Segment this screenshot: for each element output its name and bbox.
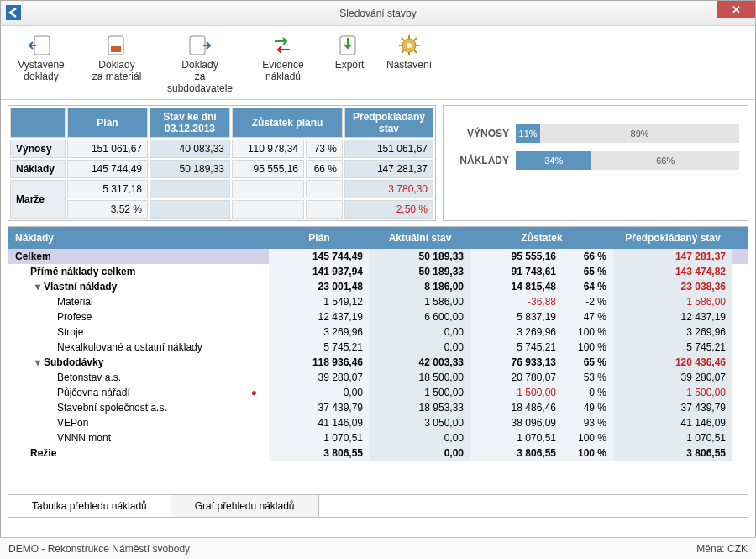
svg-rect-0 (6, 5, 21, 20)
title-bar: Sledování stavby ✕ (1, 1, 755, 26)
cell-expected: 1 586,00 (613, 294, 732, 309)
cell-expected: 3 269,96 (613, 324, 732, 340)
tab-chart[interactable]: Graf přehledu nákladů (171, 495, 319, 517)
cell-plan: 5 745,21 (269, 340, 370, 355)
issued-docs-button[interactable]: Vystavenédoklady (11, 31, 71, 94)
cell-actual: 42 003,33 (370, 355, 470, 370)
cell-pct: 65 % (563, 355, 613, 370)
settings-button[interactable]: Nastavení (386, 31, 433, 94)
cell-pct: 49 % (563, 400, 613, 415)
document-arrow-left-icon (27, 31, 55, 60)
status-currency: Měna: CZK (696, 543, 748, 555)
row-label: Výnosy (10, 140, 66, 158)
cell-plan: 3 269,96 (269, 324, 370, 340)
bar-label: VÝNOSY (452, 128, 516, 140)
cell-balance: 5 837,19 (470, 309, 563, 324)
svg-line-15 (402, 50, 404, 53)
cell-stav: 40 083,33 (150, 140, 230, 158)
table-row[interactable]: Materiál 1 549,12 1 586,00 -36,88 -2 % 1… (8, 294, 748, 309)
cell-plan: 23 001,48 (269, 279, 370, 294)
cell-name: Stroje (8, 324, 269, 340)
export-icon (335, 31, 364, 60)
costs-header-row: Náklady Plán Aktuální stav Zůstatek Před… (8, 227, 748, 249)
cell-name: ▾Subdodávky (8, 355, 269, 370)
cell-expected: 5 745,21 (613, 340, 732, 355)
cell-name: Profese (8, 309, 269, 324)
expand-caret-icon[interactable]: ▾ (35, 356, 44, 368)
svg-line-14 (414, 38, 417, 40)
document-arrow-right-icon (186, 31, 214, 60)
table-row[interactable]: Režie 3 806,55 0,00 3 806,55 100 % 3 806… (8, 446, 748, 461)
window-title: Sledování stavby (339, 8, 416, 19)
cell-pct: 100 % (563, 340, 613, 355)
warning-icon: ● (251, 387, 257, 398)
status-bar: DEMO - Rekonstrukce Náměstí svobody Měna… (0, 537, 756, 559)
cell-predp: 147 281,37 (344, 160, 433, 178)
table-row[interactable]: Půjčovna nářadí● 0,00 1 500,00 -1 500,00… (8, 385, 748, 400)
cell-expected: 1 070,51 (613, 430, 732, 446)
gear-icon (395, 31, 423, 60)
table-row[interactable]: VNNN mont 1 070,51 0,00 1 070,51 100 % 1… (8, 430, 748, 446)
subcontractor-docs-button[interactable]: Dokladyza subdodavatele (162, 31, 238, 94)
tab-table[interactable]: Tabulka přehledu nákladů (8, 495, 171, 517)
cell-plan: 37 439,79 (269, 400, 370, 415)
cell-expected: 143 474,82 (613, 264, 732, 279)
label: Dokladyza subdodavatele (162, 60, 238, 94)
expand-caret-icon[interactable]: ▾ (35, 281, 44, 293)
cell-actual: 1 586,00 (370, 294, 470, 309)
cell-pct: 0 % (563, 385, 613, 400)
cell-zust: 95 555,16 (232, 160, 304, 178)
total-pct: 66 % (563, 249, 613, 264)
label: Evidencenákladů (262, 60, 303, 83)
close-button[interactable]: ✕ (717, 1, 755, 18)
cell-balance: -36,88 (470, 294, 563, 309)
summary-row: Výnosy 151 061,67 40 083,33 110 978,34 7… (10, 140, 433, 158)
col-name: Náklady (8, 227, 269, 249)
table-row[interactable]: Přímé náklady celkem 141 937,94 50 189,3… (8, 264, 748, 279)
margin-pct: 3,52 % (67, 200, 148, 219)
cell-pct: -2 % (563, 294, 613, 309)
label: Dokladyza materiál (92, 60, 142, 83)
svg-rect-3 (111, 46, 121, 52)
margin-predp-pct: 2,50 % (344, 200, 433, 219)
cell-name: VEPon (8, 415, 269, 430)
total-expected: 147 281,37 (613, 249, 732, 264)
cell-name: Přímé náklady celkem (8, 264, 269, 279)
col-stav: Stav ke dni 03.12.2013 (150, 108, 230, 138)
table-row[interactable]: Nekalkulované a ostatní náklady 5 745,21… (8, 340, 748, 355)
table-row[interactable]: Betonstav a.s. 39 280,07 18 500,00 20 78… (8, 370, 748, 385)
cell-name: VNNN mont (8, 430, 269, 446)
cell-pct: 65 % (563, 264, 613, 279)
bar-fill: 11% (516, 124, 540, 143)
cost-records-button[interactable]: Evidencenákladů (253, 31, 313, 94)
table-row[interactable]: Stavební společnost a.s. 37 439,79 18 95… (8, 400, 748, 415)
export-button[interactable]: Export (328, 31, 370, 94)
material-docs-button[interactable]: Dokladyza materiál (87, 31, 147, 94)
exchange-icon (269, 31, 297, 60)
cell-balance: 18 486,46 (470, 400, 563, 415)
cell-plan: 151 061,67 (67, 140, 148, 158)
summary-header-row: Plán Stav ke dni 03.12.2013 Zůstatek plá… (10, 108, 433, 138)
svg-point-7 (407, 43, 412, 48)
cell-name: Nekalkulované a ostatní náklady (8, 340, 269, 355)
view-tabs: Tabulka přehledu nákladů Graf přehledu n… (8, 495, 748, 518)
cell-expected: 1 500,00 (613, 385, 732, 400)
bar-track: 34% 66% (516, 151, 739, 170)
table-row[interactable]: ▾Subdodávky 118 936,46 42 003,33 76 933,… (8, 355, 748, 370)
bar-rest: 89% (540, 124, 739, 143)
cell-plan: 141 937,94 (269, 264, 370, 279)
cell-plan: 118 936,46 (269, 355, 370, 370)
table-row[interactable]: ▾Vlastní náklady 23 001,48 8 186,00 14 8… (8, 279, 748, 294)
table-row[interactable]: Profese 12 437,19 6 600,00 5 837,19 47 %… (8, 309, 748, 324)
cell-expected: 37 439,79 (613, 400, 732, 415)
table-row[interactable]: Stroje 3 269,96 0,00 3 269,96 100 % 3 26… (8, 324, 748, 340)
table-row[interactable]: VEPon 41 146,09 3 050,00 38 096,09 93 % … (8, 415, 748, 430)
cell-pct: 66 % (306, 160, 343, 178)
cell-balance: 5 745,21 (470, 340, 563, 355)
cell-balance: 38 096,09 (470, 415, 563, 430)
cell-pct: 100 % (563, 430, 613, 446)
cell-expected: 41 146,09 (613, 415, 732, 430)
margin-predp-abs: 3 780,30 (344, 180, 433, 198)
total-row: Celkem 145 744,49 50 189,33 95 555,16 66… (8, 249, 748, 264)
cell-actual: 50 189,33 (370, 264, 470, 279)
